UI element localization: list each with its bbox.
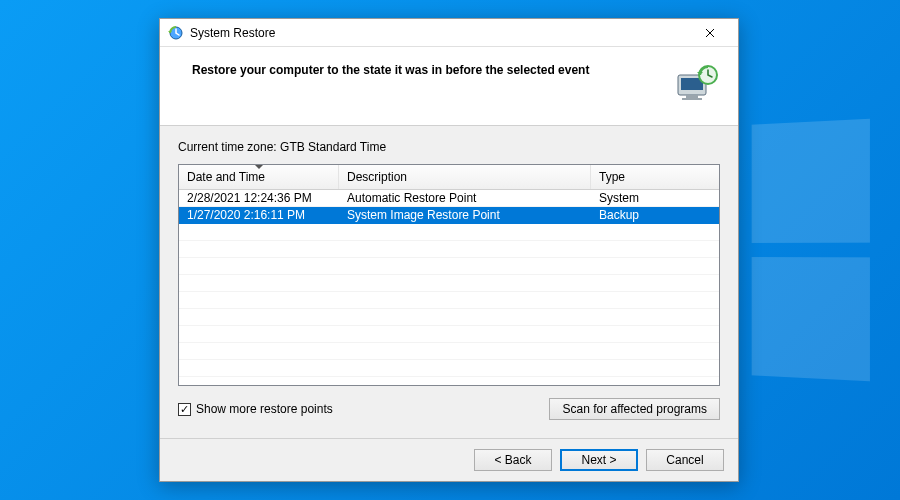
table-row-empty (179, 377, 719, 385)
timezone-label: Current time zone: GTB Standard Time (178, 140, 720, 154)
cell-description: System Image Restore Point (339, 207, 591, 223)
table-body: 2/28/2021 12:24:36 PMAutomatic Restore P… (179, 190, 719, 385)
table-row-empty (179, 241, 719, 258)
table-row-empty (179, 343, 719, 360)
cell-type: Backup (591, 207, 719, 223)
cell-datetime: 1/27/2020 2:16:11 PM (179, 207, 339, 223)
cancel-button[interactable]: Cancel (646, 449, 724, 471)
column-header-label: Description (347, 170, 407, 184)
table-row[interactable]: 1/27/2020 2:16:11 PMSystem Image Restore… (179, 207, 719, 224)
column-header-type[interactable]: Type (591, 165, 719, 189)
restore-hero-icon (672, 61, 720, 109)
dialog-body: Current time zone: GTB Standard Time Dat… (160, 126, 738, 438)
sort-desc-icon (255, 165, 263, 169)
restore-points-table: Date and Time Description Type 2/28/2021… (178, 164, 720, 386)
column-header-label: Type (599, 170, 625, 184)
table-row-empty (179, 309, 719, 326)
table-row[interactable]: 2/28/2021 12:24:36 PMAutomatic Restore P… (179, 190, 719, 207)
system-restore-icon (168, 25, 184, 41)
scan-affected-button[interactable]: Scan for affected programs (549, 398, 720, 420)
dialog-footer: < Back Next > Cancel (160, 438, 738, 481)
system-restore-dialog: System Restore Restore your computer to … (159, 18, 739, 482)
titlebar: System Restore (160, 19, 738, 47)
table-row-empty (179, 275, 719, 292)
header-strip: Restore your computer to the state it wa… (160, 47, 738, 126)
table-row-empty (179, 326, 719, 343)
show-more-checkbox[interactable]: ✓ Show more restore points (178, 402, 549, 416)
cell-type: System (591, 190, 719, 206)
checkbox-label: Show more restore points (196, 402, 333, 416)
table-row-empty (179, 292, 719, 309)
cell-description: Automatic Restore Point (339, 190, 591, 206)
svg-rect-5 (682, 98, 702, 100)
column-header-description[interactable]: Description (339, 165, 591, 189)
back-button[interactable]: < Back (474, 449, 552, 471)
column-header-datetime[interactable]: Date and Time (179, 165, 339, 189)
page-heading: Restore your computer to the state it wa… (192, 61, 672, 77)
column-header-label: Date and Time (187, 170, 265, 184)
window-title: System Restore (190, 26, 690, 40)
table-row-empty (179, 224, 719, 241)
table-row-empty (179, 360, 719, 377)
next-button[interactable]: Next > (560, 449, 638, 471)
under-grid-row: ✓ Show more restore points Scan for affe… (178, 398, 720, 420)
table-row-empty (179, 258, 719, 275)
table-header: Date and Time Description Type (179, 165, 719, 190)
cell-datetime: 2/28/2021 12:24:36 PM (179, 190, 339, 206)
svg-rect-4 (686, 95, 698, 98)
checkbox-box: ✓ (178, 403, 191, 416)
close-button[interactable] (690, 21, 730, 45)
